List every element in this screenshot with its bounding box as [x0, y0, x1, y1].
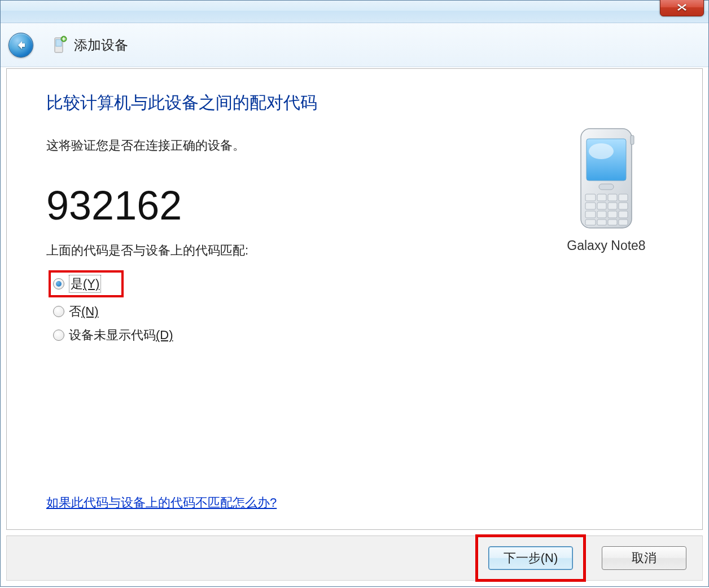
page-heading: 比较计算机与此设备之间的配对代码	[46, 91, 668, 115]
svg-rect-22	[619, 220, 628, 225]
radio-label-no: 否(N)	[69, 303, 99, 320]
radio-option-no[interactable]: 否(N)	[53, 300, 668, 323]
close-icon	[676, 3, 688, 12]
cancel-button[interactable]: 取消	[602, 546, 686, 570]
radio-group: 是(Y) 否(N) 设备未显示代码(D)	[53, 270, 668, 347]
back-arrow-icon	[15, 39, 27, 51]
phone-icon	[570, 125, 643, 232]
nav-bar: 添加设备	[1, 23, 708, 67]
wizard-title: 添加设备	[74, 36, 128, 54]
svg-rect-18	[619, 211, 628, 218]
svg-rect-15	[585, 211, 596, 218]
content-area: 比较计算机与此设备之间的配对代码 这将验证您是否在连接正确的设备。 932162…	[6, 68, 703, 530]
svg-rect-7	[585, 194, 596, 201]
close-button[interactable]	[660, 0, 704, 16]
svg-rect-16	[597, 211, 606, 218]
back-button[interactable]	[8, 33, 33, 58]
next-button[interactable]: 下一步(N)	[488, 546, 573, 570]
radio-option-nocode[interactable]: 设备未显示代码(D)	[53, 323, 668, 347]
svg-rect-6	[599, 184, 614, 190]
svg-rect-12	[597, 203, 606, 209]
svg-rect-8	[597, 194, 606, 201]
svg-rect-14	[619, 203, 628, 209]
svg-rect-21	[608, 220, 617, 225]
svg-rect-10	[619, 194, 628, 201]
device-panel: Galaxy Note8	[533, 125, 680, 253]
radio-label-yes: 是(Y)	[69, 275, 101, 293]
radio-option-yes[interactable]: 是(Y)	[49, 270, 124, 297]
help-link[interactable]: 如果此代码与设备上的代码不匹配怎么办?	[46, 494, 277, 511]
button-bar: 下一步(N) 取消	[6, 536, 703, 581]
svg-rect-17	[608, 211, 617, 218]
add-device-icon	[51, 36, 67, 54]
svg-point-5	[589, 143, 614, 159]
radio-icon	[53, 330, 64, 341]
svg-rect-23	[631, 135, 634, 144]
titlebar	[1, 1, 708, 23]
svg-rect-19	[585, 220, 596, 225]
svg-rect-11	[585, 203, 596, 209]
next-highlight: 下一步(N)	[475, 534, 586, 582]
device-name: Galaxy Note8	[533, 238, 680, 253]
svg-rect-13	[608, 203, 617, 209]
radio-icon	[53, 278, 64, 289]
svg-rect-1	[56, 40, 62, 46]
radio-label-nocode: 设备未显示代码(D)	[69, 327, 173, 344]
radio-icon	[53, 306, 64, 317]
svg-rect-9	[608, 194, 617, 201]
wizard-window: 添加设备 比较计算机与此设备之间的配对代码 这将验证您是否在连接正确的设备。 9…	[0, 0, 709, 587]
svg-rect-20	[597, 220, 606, 225]
